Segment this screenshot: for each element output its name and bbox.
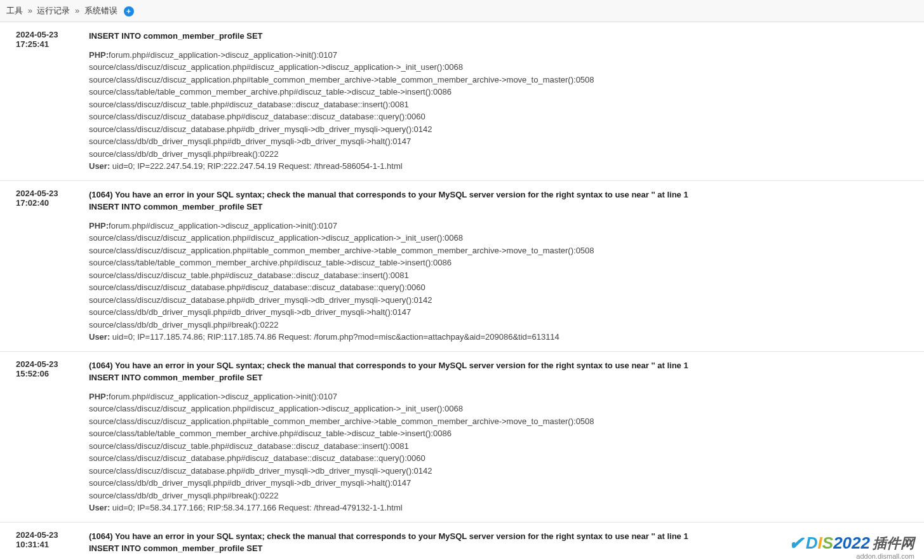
user-label: User: (89, 161, 110, 171)
log-date: 2024-05-23 (16, 359, 76, 369)
user-info: uid=0; IP=117.185.74.86; RIP:117.185.74.… (110, 332, 559, 342)
stack-trace: PHP:forum.php#discuz_application->discuz… (89, 49, 918, 173)
breadcrumb: 工具 » 运行记录 » 系统错误 + (0, 0, 924, 22)
user-label: User: (89, 503, 110, 512)
error-title: (1064) You have an error in your SQL syn… (89, 189, 918, 213)
log-date: 2024-05-23 (16, 30, 76, 39)
log-time: 15:52:06 (16, 369, 76, 378)
log-row: 2024-05-2317:02:40(1064) You have an err… (0, 180, 924, 351)
log-date: 2024-05-23 (16, 530, 76, 540)
php-label: PHP: (89, 392, 109, 401)
log-row: 2024-05-2315:52:06(1064) You have an err… (0, 351, 924, 522)
user-label: User: (89, 332, 110, 342)
error-title: (1064) You have an error in your SQL syn… (89, 530, 918, 555)
log-timestamp: 2024-05-2315:52:06 (0, 351, 83, 522)
error-title: INSERT INTO common_member_profile SET (89, 30, 918, 43)
error-title: (1064) You have an error in your SQL syn… (89, 359, 918, 384)
log-content: INSERT INTO common_member_profile SETPHP… (83, 22, 924, 180)
log-time: 10:31:41 (16, 540, 76, 549)
add-icon[interactable]: + (124, 6, 134, 17)
breadcrumb-tools[interactable]: 工具 (6, 6, 23, 15)
php-first-line: forum.php#discuz_application->discuz_app… (109, 50, 337, 60)
log-content: (1064) You have an error in your SQL syn… (83, 522, 924, 560)
log-row: 2024-05-2310:31:41(1064) You have an err… (0, 522, 924, 560)
log-content: (1064) You have an error in your SQL syn… (83, 180, 924, 351)
trace-lines: source/class/discuz/discuz_application.p… (89, 403, 918, 502)
php-label: PHP: (89, 50, 109, 60)
log-table: 2024-05-2317:25:41INSERT INTO common_mem… (0, 22, 924, 560)
log-content: (1064) You have an error in your SQL syn… (83, 351, 924, 522)
log-timestamp: 2024-05-2310:31:41 (0, 522, 83, 560)
log-timestamp: 2024-05-2317:02:40 (0, 180, 83, 351)
trace-lines: source/class/discuz/discuz_application.p… (89, 232, 918, 331)
php-label: PHP: (89, 221, 109, 230)
breadcrumb-sep: » (28, 6, 32, 15)
user-info: uid=0; IP=58.34.177.166; RIP:58.34.177.1… (110, 503, 402, 512)
stack-trace: PHP:forum.php#discuz_application->discuz… (89, 390, 918, 514)
trace-lines: source/class/discuz/discuz_application.p… (89, 61, 918, 160)
log-row: 2024-05-2317:25:41INSERT INTO common_mem… (0, 22, 924, 180)
breadcrumb-sep: » (75, 6, 79, 15)
breadcrumb-syserror[interactable]: 系统错误 (84, 6, 117, 15)
user-info: uid=0; IP=222.247.54.19; RIP:222.247.54.… (110, 161, 402, 171)
log-timestamp: 2024-05-2317:25:41 (0, 22, 83, 180)
stack-trace: PHP:forum.php#discuz_application->discuz… (89, 220, 918, 343)
php-first-line: forum.php#discuz_application->discuz_app… (109, 392, 337, 401)
log-time: 17:25:41 (16, 39, 76, 49)
breadcrumb-runlog[interactable]: 运行记录 (37, 6, 70, 15)
log-time: 17:02:40 (16, 198, 76, 208)
log-date: 2024-05-23 (16, 189, 76, 198)
php-first-line: forum.php#discuz_application->discuz_app… (109, 221, 337, 230)
